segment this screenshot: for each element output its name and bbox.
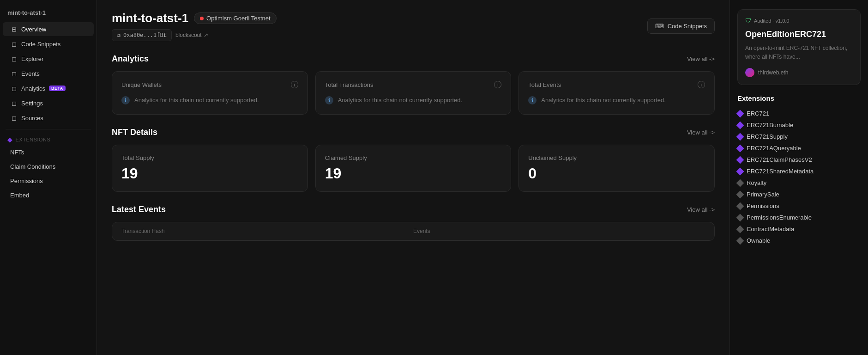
blockscout-label: blockscout bbox=[175, 32, 202, 38]
ext-item-erc721sharedmetadata[interactable]: ERC721SharedMetadata bbox=[737, 165, 861, 177]
title-row: mint-to-atst-1 Optimism Goerli Testnet bbox=[112, 11, 277, 25]
ext-item-ownable[interactable]: Ownable bbox=[737, 235, 861, 246]
blockscout-link[interactable]: blockscout ↗ bbox=[175, 32, 208, 38]
unique-wallets-info-icon[interactable]: i bbox=[291, 81, 298, 88]
sources-label: Sources bbox=[21, 115, 43, 122]
ext-diamond-icon bbox=[736, 190, 744, 198]
total-transactions-card: Total Transactions i ℹ Analytics for thi… bbox=[315, 71, 512, 115]
claim-conditions-label: Claim Conditions bbox=[10, 163, 55, 170]
nft-details-view-all[interactable]: View all -> bbox=[687, 129, 715, 136]
ext-item-erc721burnable[interactable]: ERC721Burnable bbox=[737, 119, 861, 131]
ext-item-permissionsenumerable[interactable]: PermissionsEnumerable bbox=[737, 212, 861, 223]
nft-details-cards-grid: Total Supply 19 Claimed Supply 19 Unclai… bbox=[112, 145, 715, 192]
extensions-section-label: ◆ Extensions bbox=[0, 133, 96, 145]
ext-diamond-icon bbox=[736, 225, 744, 233]
sidebar-item-analytics[interactable]: ◻ Analytics BETA bbox=[3, 81, 94, 95]
sidebar-item-explorer[interactable]: ◻ Explorer bbox=[3, 52, 94, 66]
settings-icon: ◻ bbox=[10, 99, 18, 107]
contract-audit-card: 🛡 Audited · v1.0.0 OpenEditionERC721 An … bbox=[737, 9, 861, 85]
sidebar-item-settings[interactable]: ◻ Settings bbox=[3, 96, 94, 110]
extensions-list: ERC721ERC721BurnableERC721SupplyERC721AQ… bbox=[737, 108, 861, 246]
copy-icon[interactable]: ⧉ bbox=[117, 32, 121, 38]
sidebar-item-label: Code Snippets bbox=[21, 41, 60, 48]
ext-diamond-icon bbox=[736, 144, 744, 152]
explorer-icon: ◻ bbox=[10, 55, 18, 62]
main-content: mint-to-atst-1 Optimism Goerli Testnet ⧉… bbox=[97, 0, 729, 355]
ext-item-label: PermissionsEnumerable bbox=[747, 214, 812, 221]
author-row: thirdweb.eth bbox=[745, 68, 853, 77]
shield-icon: 🛡 bbox=[745, 17, 751, 24]
contract-name: OpenEditionERC721 bbox=[745, 30, 853, 39]
ext-item-erc721aqueryable[interactable]: ERC721AQueryable bbox=[737, 142, 861, 154]
ext-item-label: ERC721Burnable bbox=[747, 122, 793, 129]
analytics-icon: ◻ bbox=[10, 85, 18, 92]
ext-item-royalty[interactable]: Royalty bbox=[737, 177, 861, 189]
address-chip[interactable]: ⧉ 0xa80e...1fB£ bbox=[112, 29, 172, 41]
ext-item-erc721supply[interactable]: ERC721Supply bbox=[737, 131, 861, 142]
ext-item-erc721[interactable]: ERC721 bbox=[737, 108, 861, 119]
sidebar: mint-to-atst-1 ⊞ Overview ◻ Code Snippet… bbox=[0, 0, 97, 355]
info-circle-icon: ℹ bbox=[528, 96, 536, 104]
sidebar-item-overview[interactable]: ⊞ Overview bbox=[3, 22, 94, 36]
page-title: mint-to-atst-1 bbox=[112, 11, 188, 25]
extensions-panel-title: Extensions bbox=[737, 94, 861, 102]
ext-item-label: ERC721SharedMetadata bbox=[747, 168, 814, 175]
unclaimed-supply-card: Unclaimed Supply 0 bbox=[518, 145, 715, 192]
sidebar-item-label: Explorer bbox=[21, 55, 43, 62]
unclaimed-supply-value: 0 bbox=[528, 165, 705, 182]
nft-details-section-header: NFT Details View all -> bbox=[112, 128, 715, 137]
code-snippets-button[interactable]: ⌨ Code Snippets bbox=[647, 18, 715, 34]
latest-events-title: Latest Events bbox=[112, 205, 166, 214]
audit-label: Audited · v1.0.0 bbox=[754, 18, 789, 24]
ext-diamond-icon bbox=[736, 156, 744, 164]
ext-item-label: Ownable bbox=[747, 237, 770, 244]
address-bar: ⧉ 0xa80e...1fB£ blockscout ↗ bbox=[112, 29, 277, 41]
ext-diamond-icon bbox=[736, 167, 744, 175]
sidebar-item-sources[interactable]: ◻ Sources bbox=[3, 111, 94, 125]
header-left: mint-to-atst-1 Optimism Goerli Testnet ⧉… bbox=[112, 11, 277, 41]
claimed-supply-value: 19 bbox=[325, 165, 502, 182]
nfts-label: NFTs bbox=[10, 149, 24, 156]
total-events-info-icon[interactable]: i bbox=[698, 81, 705, 88]
unclaimed-supply-label: Unclaimed Supply bbox=[528, 154, 705, 161]
code-icon: ◻ bbox=[10, 40, 18, 48]
ext-item-label: PrimarySale bbox=[747, 191, 779, 198]
ext-item-erc721claimphases[interactable]: ERC721ClaimPhasesV2 bbox=[737, 154, 861, 165]
sidebar-item-embed[interactable]: Embed bbox=[3, 189, 94, 202]
table-header-row: Transaction Hash Events bbox=[112, 222, 714, 240]
ext-item-primarysale[interactable]: PrimarySale bbox=[737, 189, 861, 200]
ext-item-label: ERC721Supply bbox=[747, 133, 788, 140]
info-circle-icon: ℹ bbox=[325, 96, 333, 104]
ext-diamond-icon bbox=[736, 121, 744, 129]
ext-diamond-icon bbox=[736, 110, 744, 117]
sidebar-item-permissions[interactable]: Permissions bbox=[3, 174, 94, 188]
ext-diamond-icon bbox=[736, 179, 744, 187]
sidebar-item-claim-conditions[interactable]: Claim Conditions bbox=[3, 160, 94, 173]
sidebar-item-code-snippets[interactable]: ◻ Code Snippets bbox=[3, 37, 94, 51]
analytics-view-all[interactable]: View all -> bbox=[687, 55, 715, 62]
ext-item-label: ContractMetadata bbox=[747, 226, 794, 233]
permissions-label: Permissions bbox=[10, 178, 43, 184]
total-supply-card: Total Supply 19 bbox=[112, 145, 308, 192]
events-icon: ◻ bbox=[10, 70, 18, 77]
page-header: mint-to-atst-1 Optimism Goerli Testnet ⧉… bbox=[112, 11, 715, 41]
ext-item-label: Permissions bbox=[747, 202, 779, 209]
nft-details-title: NFT Details bbox=[112, 128, 157, 137]
total-events-unsupported: ℹ Analytics for this chain not currently… bbox=[528, 96, 705, 105]
sources-icon: ◻ bbox=[10, 114, 18, 122]
ext-item-label: ERC721 bbox=[747, 110, 769, 117]
col-transaction-hash: Transaction Hash bbox=[121, 228, 413, 234]
latest-events-table: Transaction Hash Events bbox=[112, 222, 715, 241]
latest-events-view-all[interactable]: View all -> bbox=[687, 206, 715, 213]
ext-item-contractmetadata[interactable]: ContractMetadata bbox=[737, 223, 861, 235]
total-events-card: Total Events i ℹ Analytics for this chai… bbox=[518, 71, 715, 115]
sidebar-item-nfts[interactable]: NFTs bbox=[3, 146, 94, 159]
sidebar-item-events[interactable]: ◻ Events bbox=[3, 67, 94, 80]
analytics-cards-grid: Unique Wallets i ℹ Analytics for this ch… bbox=[112, 71, 715, 115]
ext-item-label: ERC721ClaimPhasesV2 bbox=[747, 156, 812, 163]
total-transactions-info-icon[interactable]: i bbox=[494, 81, 501, 88]
audit-badge: 🛡 Audited · v1.0.0 bbox=[745, 17, 853, 24]
total-supply-value: 19 bbox=[121, 165, 298, 182]
ext-item-permissions[interactable]: Permissions bbox=[737, 200, 861, 212]
analytics-beta-badge: BETA bbox=[49, 86, 66, 91]
